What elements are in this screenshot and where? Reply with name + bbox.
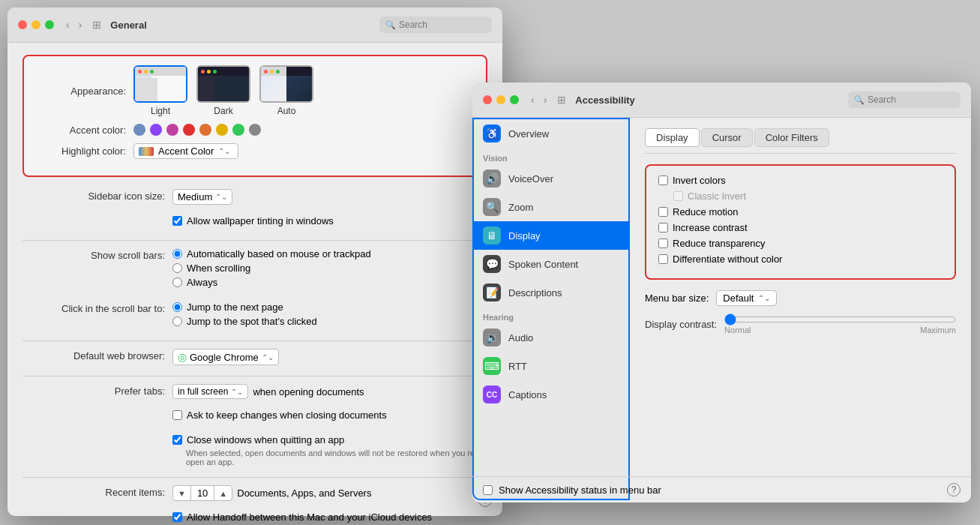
swatch-purple[interactable] [150,124,162,136]
swatch-graphite[interactable] [249,124,261,136]
handoff-checkbox-row: Allow Handoff between this Mac and your … [172,512,487,523]
scroll-scrolling-row: When scrolling [172,262,487,274]
accessibility-search-icon: 🔍 [854,95,865,105]
invert-colors-checkbox[interactable] [658,176,668,185]
theme-auto[interactable]: Auto [259,65,313,116]
theme-light[interactable]: Light [133,65,187,116]
scroll-always-radio[interactable] [172,278,182,287]
forward-button[interactable]: › [77,19,84,31]
sidebar-item-descriptions[interactable]: 📝 Descriptions [474,278,628,307]
prefer-tabs-row: Prefer tabs: in full screen ⌃⌄ when open… [22,384,487,399]
sidebar-item-overview[interactable]: ♿ Overview [474,119,628,148]
click-spot-row: Jump to the spot that's clicked [172,316,487,327]
wallpaper-tinting-row: Allow wallpaper tinting in windows [22,215,487,230]
tab-cursor[interactable]: Cursor [701,128,753,147]
handoff-row: Allow Handoff between this Mac and your … [22,512,487,525]
wallpaper-tinting-checkbox[interactable] [172,216,182,226]
theme-light-label: Light [151,106,170,116]
swatch-red[interactable] [183,124,195,136]
sidebar-item-captions[interactable]: CC Captions [474,380,628,409]
ask-keep-checkbox[interactable] [172,410,182,420]
scroll-bars-label: Show scroll bars: [22,248,172,261]
contrast-slider[interactable] [724,314,956,326]
menu-bar-size-row: Menu bar size: Default ⌃⌄ [645,290,956,306]
accessibility-help-button[interactable]: ? [947,483,961,496]
browser-select[interactable]: ◎ Google Chrome ⌃⌄ [172,349,279,365]
scroll-auto-radio[interactable] [172,249,182,259]
scroll-scrolling-radio[interactable] [172,263,182,273]
click-spot-radio[interactable] [172,316,182,326]
sidebar-item-spoken-content[interactable]: 💬 Spoken Content [474,250,628,278]
handoff-checkbox[interactable] [172,512,182,522]
sidebar-voiceover-label: VoiceOver [508,173,553,184]
sidebar-rtt-label: RTT [508,361,527,372]
swatch-orange[interactable] [199,124,211,136]
handoff-spacer [22,512,172,513]
tab-color-filters[interactable]: Color Filters [754,128,829,147]
click-next-page-row: Jump to the next page [172,302,487,313]
back-button[interactable]: ‹ [64,19,71,31]
sidebar-icon-size-arrow-icon: ⌃⌄ [215,193,227,201]
scroll-scrolling-label: When scrolling [187,262,250,274]
recent-items-stepper[interactable]: ▼ 10 ▲ [172,485,232,501]
prefer-tabs-select[interactable]: in full screen ⌃⌄ [172,384,248,399]
recent-items-suffix: Documents, Apps, and Servers [237,488,371,499]
accessibility-forward-button[interactable]: › [542,94,549,106]
sidebar-spoken-content-label: Spoken Content [508,259,578,270]
accessibility-search-box[interactable]: 🔍 [848,92,961,108]
scroll-auto-label: Automatically based on mouse or trackpad [187,248,371,260]
accessibility-close-button[interactable] [483,95,492,104]
ask-keep-row: Ask to keep changes when closing documen… [22,410,487,424]
minimize-button[interactable] [31,20,40,29]
sidebar-item-rtt[interactable]: ⌨ RTT [474,352,628,380]
show-accessibility-checkbox[interactable] [483,485,493,495]
sidebar-item-audio[interactable]: 🔉 Audio [474,323,628,352]
contrast-slider-container: Normal Maximum [724,314,956,334]
sidebar-item-voiceover[interactable]: 🔊 VoiceOver [474,164,628,193]
chrome-icon: ◎ [178,351,187,363]
stepper-down-button[interactable]: ▼ [173,488,190,500]
wallpaper-tinting-control: Allow wallpaper tinting in windows [172,215,487,230]
swatch-pink[interactable] [166,124,178,136]
highlight-select[interactable]: Accent Color ⌃⌄ [133,143,238,159]
theme-dark[interactable]: Dark [196,65,250,116]
accessibility-maximize-button[interactable] [510,95,519,104]
browser-label: Default web browser: [22,349,172,362]
theme-light-thumbnail [133,65,187,103]
highlight-arrow-icon: ⌃⌄ [218,147,230,155]
traffic-lights [18,20,54,29]
accessibility-window: ‹ › ⊞ Accessibility 🔍 ♿ Overview Vision … [472,82,971,502]
general-search-input[interactable] [399,20,486,30]
tab-display[interactable]: Display [645,128,700,147]
swatch-blue[interactable] [133,124,145,136]
general-search-box[interactable]: 🔍 [379,16,492,33]
close-button[interactable] [18,20,27,29]
maximize-button[interactable] [45,20,54,29]
accessibility-search-input[interactable] [868,94,955,105]
sidebar-item-display[interactable]: 🖥 Display [474,221,628,250]
accessibility-status-bar: Show Accessibility status in menu bar ? [472,476,971,502]
reduce-motion-checkbox[interactable] [658,207,668,217]
spoken-content-icon: 💬 [483,255,501,273]
wallpaper-tinting-label: Allow wallpaper tinting in windows [187,215,334,226]
accessibility-minimize-button[interactable] [496,95,505,104]
ask-keep-control: Ask to keep changes when closing documen… [172,410,487,424]
swatch-yellow[interactable] [216,124,228,136]
stepper-up-button[interactable]: ▲ [214,488,232,500]
sidebar-icon-size-select[interactable]: Medium ⌃⌄ [172,189,232,205]
swatch-green[interactable] [232,124,244,136]
close-windows-checkbox[interactable] [172,435,182,445]
reduce-transparency-checkbox[interactable] [658,238,668,248]
differentiate-checkbox[interactable] [658,254,668,264]
sidebar-icon-size-label: Sidebar icon size: [22,189,172,202]
increase-contrast-checkbox[interactable] [658,223,668,232]
classic-invert-checkbox[interactable] [673,191,683,201]
accessibility-back-button[interactable]: ‹ [529,94,536,106]
click-next-page-radio[interactable] [172,302,182,312]
close-windows-spacer [22,434,172,436]
sidebar-item-zoom[interactable]: 🔍 Zoom [474,193,628,221]
scroll-auto-row: Automatically based on mouse or trackpad [172,248,487,260]
click-scroll-row: Click in the scroll bar to: Jump to the … [22,302,487,330]
close-windows-label: Close windows when quitting an app [187,434,344,446]
menu-bar-size-select[interactable]: Default ⌃⌄ [716,290,777,306]
